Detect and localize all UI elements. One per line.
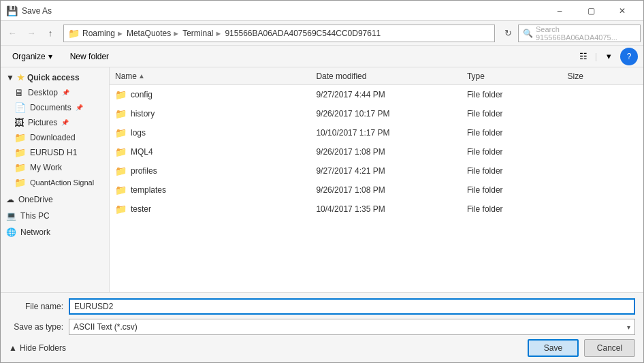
- sidebar-item-downloaded-label: Downloaded: [30, 133, 76, 142]
- table-row[interactable]: 📁MQL4 9/26/2017 1:08 PM File folder: [110, 142, 643, 161]
- breadcrumb-sep-2: ►: [172, 29, 180, 37]
- hide-folders-chevron-icon: ▲: [9, 343, 17, 353]
- view-chevron-button[interactable]: ▾: [600, 48, 617, 65]
- secondary-toolbar: Organize ▾ New folder ☷ | ▾ ?: [1, 46, 643, 67]
- table-row[interactable]: 📁profiles 9/27/2017 4:21 PM File folder: [110, 161, 643, 180]
- folder-icon: 📁: [115, 146, 127, 157]
- title-bar: 💾 Save As – ▢ ✕: [1, 1, 643, 21]
- hide-folders-label: Hide Folders: [20, 343, 66, 353]
- filetype-select[interactable]: ASCII Text (*.csv) ▾: [69, 319, 635, 335]
- folder-icon: 📁: [115, 165, 127, 176]
- downloaded-folder-icon: 📁: [14, 132, 26, 143]
- quick-access-header[interactable]: ▼ ★ Quick access: [1, 70, 109, 85]
- breadcrumb-metaquotes-text: MetaQuotes: [127, 29, 171, 38]
- organize-chevron-icon: ▾: [48, 52, 52, 61]
- sidebar-item-quantaction-label: QuantAction Signal: [30, 178, 94, 187]
- search-box[interactable]: 🔍 Search 915566BA06ADA4075...: [518, 25, 641, 42]
- new-folder-button[interactable]: New folder: [64, 48, 115, 65]
- folder-icon: 📁: [115, 108, 127, 119]
- breadcrumb-terminal-text: Terminal: [182, 29, 213, 38]
- sidebar-item-network[interactable]: 🌐 Network: [1, 225, 109, 239]
- close-button[interactable]: ✕: [607, 1, 638, 21]
- filetype-row: Save as type: ASCII Text (*.csv) ▾: [9, 319, 635, 335]
- folder-icon: 📁: [115, 89, 127, 100]
- column-size-header[interactable]: Size: [568, 72, 638, 81]
- sidebar-item-pictures[interactable]: 🖼 Pictures 📌: [1, 115, 109, 130]
- bottom-area: File name: Save as type: ASCII Text (*.c…: [1, 292, 643, 362]
- quick-access-star-icon: ★: [17, 73, 25, 82]
- window-title: Save As: [22, 6, 52, 16]
- filetype-value: ASCII Text (*.csv): [74, 322, 138, 332]
- table-row[interactable]: 📁templates 9/26/2017 1:08 PM File folder: [110, 180, 643, 200]
- breadcrumb-metaquotes: MetaQuotes ►: [127, 29, 180, 38]
- view-separator: |: [595, 52, 597, 61]
- onedrive-section: ☁ OneDrive: [1, 193, 109, 206]
- search-placeholder: Search 915566BA06ADA4075...: [536, 25, 636, 42]
- sidebar-item-quantaction[interactable]: 📁 QuantAction Signal: [1, 175, 109, 190]
- button-row: ▲ Hide Folders Save Cancel: [9, 339, 635, 357]
- column-date-header[interactable]: Date modified: [316, 72, 467, 81]
- forward-button[interactable]: →: [22, 25, 40, 42]
- quick-access-section: ▼ ★ Quick access 🖥 Desktop 📌 📄 Documents…: [1, 70, 109, 190]
- thispc-section: 💻 This PC: [1, 209, 109, 223]
- table-row[interactable]: 📁config 9/27/2017 4:44 PM File folder: [110, 85, 643, 104]
- maximize-button[interactable]: ▢: [575, 1, 607, 21]
- table-row[interactable]: 📁tester 10/4/2017 1:35 PM File folder: [110, 200, 643, 219]
- minimize-button[interactable]: –: [544, 1, 575, 21]
- breadcrumb-hash: 915566BA06ADA407569C544CC0D97611: [225, 29, 381, 38]
- sidebar-item-documents[interactable]: 📄 Documents 📌: [1, 100, 109, 115]
- breadcrumb-terminal: Terminal ►: [182, 29, 222, 38]
- help-button[interactable]: ?: [620, 48, 638, 65]
- eurusd-folder-icon: 📁: [14, 147, 26, 158]
- folder-icon: 📁: [115, 127, 127, 138]
- mywork-folder-icon: 📁: [14, 162, 26, 173]
- sidebar-item-eurusd[interactable]: 📁 EURUSD H1: [1, 145, 109, 160]
- file-name-label: File name:: [9, 302, 63, 311]
- sidebar-onedrive-label: OneDrive: [18, 195, 53, 204]
- onedrive-icon: ☁: [6, 195, 14, 204]
- title-bar-left: 💾 Save As: [6, 5, 52, 16]
- window-icon: 💾: [6, 5, 18, 16]
- toolbar-right: ☷ | ▾ ?: [575, 48, 638, 65]
- table-row[interactable]: 📁logs 10/10/2017 1:17 PM File folder: [110, 123, 643, 142]
- pictures-pin-icon: 📌: [61, 119, 69, 126]
- thispc-icon: 💻: [6, 211, 16, 221]
- column-type-header[interactable]: Type: [467, 72, 568, 81]
- documents-folder-icon: 📄: [14, 102, 26, 113]
- folder-icon: 📁: [115, 204, 127, 215]
- breadcrumb-hash-text: 915566BA06ADA407569C544CC0D97611: [225, 29, 381, 38]
- table-row[interactable]: 📁history 9/26/2017 10:17 PM File folder: [110, 104, 643, 123]
- organize-button[interactable]: Organize ▾: [6, 48, 59, 65]
- sidebar-network-label: Network: [20, 227, 50, 237]
- filename-input[interactable]: [69, 298, 635, 315]
- sidebar-item-desktop[interactable]: 🖥 Desktop 📌: [1, 85, 109, 100]
- save-button[interactable]: Save: [528, 339, 579, 357]
- sidebar-item-eurusd-label: EURUSD H1: [30, 148, 77, 157]
- cancel-label: Cancel: [597, 343, 622, 353]
- up-button[interactable]: ↑: [42, 25, 59, 42]
- folder-icon: 📁: [115, 185, 127, 195]
- address-bar[interactable]: 📁 Roaming ► MetaQuotes ► Terminal ► 9155…: [63, 25, 495, 42]
- file-list-header: Name ▲ Date modified Type Size: [110, 67, 643, 85]
- sidebar-item-mywork[interactable]: 📁 My Work: [1, 160, 109, 175]
- address-folder-icon: 📁: [68, 28, 80, 39]
- breadcrumb-roaming-text: Roaming: [82, 29, 115, 38]
- content-area: ▼ ★ Quick access 🖥 Desktop 📌 📄 Documents…: [1, 67, 643, 292]
- sidebar-item-onedrive[interactable]: ☁ OneDrive: [1, 193, 109, 206]
- hide-folders-button[interactable]: ▲ Hide Folders: [9, 343, 66, 353]
- sidebar-item-pictures-label: Pictures: [28, 118, 57, 127]
- sidebar-item-thispc[interactable]: 💻 This PC: [1, 209, 109, 223]
- organize-label: Organize: [12, 52, 46, 61]
- sidebar-item-downloaded[interactable]: 📁 Downloaded: [1, 130, 109, 145]
- breadcrumb-sep-1: ►: [116, 29, 124, 37]
- column-name-header[interactable]: Name ▲: [115, 72, 316, 81]
- network-icon: 🌐: [6, 227, 16, 237]
- cancel-button[interactable]: Cancel: [584, 339, 635, 357]
- save-label: Save: [544, 343, 562, 353]
- refresh-button[interactable]: ↻: [499, 25, 517, 42]
- view-toggle-button[interactable]: ☷: [575, 48, 592, 65]
- sidebar-item-desktop-label: Desktop: [28, 88, 58, 97]
- sidebar-item-mywork-label: My Work: [30, 163, 62, 172]
- quick-access-chevron-icon: ▼: [6, 73, 14, 82]
- back-button[interactable]: ←: [3, 25, 21, 42]
